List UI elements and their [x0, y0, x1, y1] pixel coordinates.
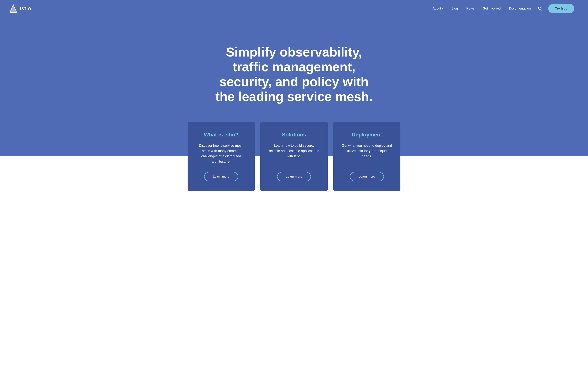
nav-links: About ▾ Blog News Get involved Documenta…	[430, 4, 574, 13]
nav-about[interactable]: About ▾	[430, 5, 446, 12]
card-solutions: Solutions Learn how to build secure, rel…	[260, 122, 327, 191]
logo-text: Istio	[20, 6, 31, 12]
try-istio-button[interactable]: Try Istio	[548, 4, 574, 13]
logo-link[interactable]: Istio	[9, 4, 31, 14]
card-learn-more-deployment[interactable]: Learn more	[350, 172, 384, 181]
card-desc-what-is-istio: Discover how a service mesh helps with m…	[196, 143, 246, 164]
nav-blog[interactable]: Blog	[448, 5, 461, 12]
card-desc-solutions: Learn how to build secure, reliable and …	[269, 143, 319, 164]
card-title-deployment: Deployment	[351, 132, 382, 138]
cards-container: What is Istio? Discover how a service me…	[161, 122, 427, 191]
card-deployment: Deployment Get what you need to deploy a…	[333, 122, 400, 191]
card-learn-more-solutions[interactable]: Learn more	[277, 172, 311, 181]
search-button[interactable]	[536, 5, 544, 12]
card-what-is-istio: What is Istio? Discover how a service me…	[188, 122, 255, 191]
logo-icon	[9, 4, 18, 14]
svg-line-4	[541, 9, 542, 10]
chevron-down-icon: ▾	[442, 7, 443, 10]
card-desc-deployment: Get what you need to deploy and utilize …	[342, 143, 392, 164]
search-icon	[538, 6, 542, 11]
card-learn-more-what-is-istio[interactable]: Learn more	[204, 172, 238, 181]
main-nav: Istio About ▾ Blog News Get involved Doc…	[0, 0, 588, 17]
svg-rect-2	[11, 12, 16, 13]
nav-get-involved[interactable]: Get involved	[480, 5, 504, 12]
nav-documentation[interactable]: Documentation	[506, 5, 534, 12]
card-title-what-is-istio: What is Istio?	[204, 132, 238, 138]
card-title-solutions: Solutions	[282, 132, 306, 138]
nav-news[interactable]: News	[463, 5, 477, 12]
hero-title: Simplify observability, traffic manageme…	[209, 45, 379, 104]
cards-section: What is Istio? Discover how a service me…	[0, 156, 588, 225]
